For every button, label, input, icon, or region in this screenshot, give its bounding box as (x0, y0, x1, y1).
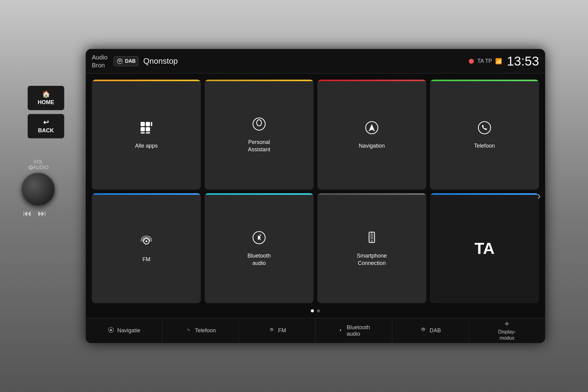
svg-rect-4 (151, 122, 152, 126)
svg-rect-2 (141, 122, 145, 126)
tile-fm[interactable]: FM (92, 193, 201, 303)
main-content: Alle apps PersonalAssistant (86, 74, 545, 318)
bottom-nav-navigatie-label: Navigatie (117, 327, 140, 334)
svg-point-10 (257, 120, 262, 126)
tile-accent (317, 80, 426, 81)
bottom-nav-bluetooth-audio[interactable]: Bluetoothaudio (316, 318, 392, 343)
bottom-nav-bt-audio-label: Bluetoothaudio (347, 324, 370, 337)
track-controls: ⏮ ⏭ (23, 208, 46, 218)
tile-smartphone-connection[interactable]: SmartphoneConnection (317, 193, 426, 303)
dab-badge: DAB (114, 56, 138, 66)
personal-assistant-icon (251, 116, 267, 136)
telefoon-icon (477, 120, 492, 139)
audio-source-label: Audio Bron (92, 53, 107, 69)
display-modus-label: Display-modus (498, 329, 516, 341)
bottom-fm-icon (268, 326, 275, 335)
tile-ta[interactable]: TA (430, 193, 539, 303)
app-grid: Alle apps PersonalAssistant (92, 80, 539, 303)
tile-accent (92, 193, 201, 195)
bottom-nav-dab[interactable]: DAB (392, 318, 469, 343)
physical-controls: 🏠 HOME ↩ BACK (28, 86, 64, 138)
telefoon-label: Telefoon (474, 142, 495, 149)
tile-accent (430, 193, 539, 195)
ta-label: TA (474, 239, 494, 258)
svg-marker-24 (110, 328, 112, 331)
bottom-nav-bar: Navigatie Telefoon (86, 318, 545, 343)
infotainment-screen: Audio Bron DAB Qnonstop TA TP 📶 13:53 (86, 49, 545, 343)
svg-rect-21 (371, 241, 373, 241)
smartphone-icon (364, 230, 380, 249)
tile-accent (317, 193, 426, 195)
screen-content: Audio Bron DAB Qnonstop TA TP 📶 13:53 (86, 49, 545, 343)
personal-assistant-label: PersonalAssistant (248, 139, 270, 153)
svg-point-14 (478, 122, 491, 134)
tile-accent (92, 80, 201, 81)
svg-rect-7 (141, 132, 145, 134)
brightness-icon (503, 320, 510, 329)
volume-knob[interactable] (21, 173, 55, 206)
bottom-phone-icon (185, 326, 192, 335)
tile-alle-apps[interactable]: Alle apps (92, 80, 201, 190)
svg-point-28 (423, 329, 424, 330)
bottom-bluetooth-icon (337, 326, 344, 335)
svg-rect-3 (146, 122, 150, 126)
home-label: HOME (38, 99, 54, 106)
bottom-nav-display-modus[interactable]: Display-modus (469, 318, 545, 343)
svg-point-16 (145, 240, 147, 242)
volume-control: VOL⏻AUDIO (21, 159, 55, 206)
navigation-label: Navigation (359, 142, 385, 149)
alle-apps-label: Alle apps (135, 142, 158, 149)
svg-marker-13 (369, 124, 375, 131)
navigation-icon (364, 120, 380, 139)
alle-apps-icon (138, 120, 154, 139)
back-button[interactable]: ↩ BACK (28, 114, 64, 138)
home-button[interactable]: 🏠 HOME (28, 86, 64, 110)
tile-accent (205, 80, 314, 81)
signal-icon: 📶 (495, 58, 502, 65)
svg-text:®: ® (259, 233, 261, 236)
svg-rect-8 (146, 132, 150, 134)
svg-rect-5 (141, 127, 145, 131)
ta-tp-label: TA TP (477, 58, 492, 64)
notification-dot (469, 59, 474, 64)
svg-point-1 (119, 60, 121, 62)
bluetooth-audio-label: Bluetoothaudio (247, 252, 271, 267)
svg-rect-6 (146, 127, 150, 131)
tile-bluetooth-audio[interactable]: ® Bluetoothaudio (205, 193, 314, 303)
bottom-nav-dab-label: DAB (430, 327, 441, 334)
tile-accent (205, 193, 314, 195)
top-bar: Audio Bron DAB Qnonstop TA TP 📶 13:53 (86, 49, 545, 74)
tile-personal-assistant[interactable]: PersonalAssistant (205, 80, 314, 190)
home-icon: 🏠 (42, 90, 50, 98)
bottom-dab-icon (420, 326, 427, 335)
prev-track-button[interactable]: ⏮ (23, 208, 32, 218)
tile-navigation[interactable]: Navigation (317, 80, 426, 190)
station-name: Qnonstop (143, 56, 469, 66)
svg-rect-20 (370, 233, 373, 239)
svg-point-26 (271, 329, 272, 330)
nav-icon (107, 326, 114, 335)
page-dots (92, 307, 539, 315)
tile-accent (430, 80, 539, 81)
vol-label: VOL⏻AUDIO (28, 159, 49, 170)
bottom-nav-fm-label: FM (278, 327, 286, 334)
car-background: 🏠 HOME ↩ BACK VOL⏻AUDIO ⏮ ⏭ Audio Bron (0, 0, 588, 392)
bottom-nav-fm[interactable]: FM (239, 318, 315, 343)
bottom-nav-navigatie[interactable]: Navigatie (86, 318, 162, 343)
smartphone-connection-label: SmartphoneConnection (357, 252, 387, 267)
fm-icon (138, 233, 154, 253)
bluetooth-icon: ® (251, 230, 267, 249)
back-icon: ↩ (43, 119, 49, 126)
fm-label: FM (142, 256, 150, 263)
bottom-nav-telefoon-label: Telefoon (195, 327, 216, 334)
tile-telefoon[interactable]: Telefoon (430, 80, 539, 190)
next-track-button[interactable]: ⏭ (38, 208, 46, 218)
bottom-nav-telefoon[interactable]: Telefoon (162, 318, 239, 343)
back-label: BACK (38, 127, 54, 134)
page-dot-1[interactable] (311, 309, 314, 312)
dab-radio-icon (116, 58, 123, 65)
page-dot-2[interactable] (317, 309, 320, 312)
clock: 13:53 (507, 54, 539, 69)
